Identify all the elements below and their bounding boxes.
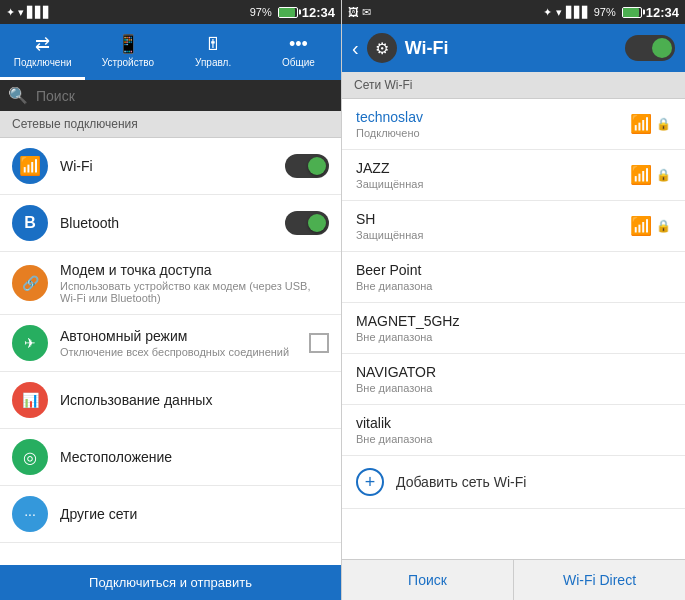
wifi-signal-icon-jazz: 📶 <box>630 164 652 186</box>
data-usage-menu-item[interactable]: 📊 Использование данных <box>0 372 341 429</box>
wifi-menu-title: Wi-Fi <box>60 158 285 174</box>
wifi-status-sh: Защищённая <box>356 229 630 241</box>
wifi-toolbar: ‹ ⚙ Wi-Fi <box>342 24 685 72</box>
wifi-name-sh: SH <box>356 211 630 227</box>
wifi-toggle[interactable] <box>285 154 329 178</box>
device-tab-icon: 📱 <box>117 33 139 55</box>
location-menu-title: Местоположение <box>60 449 329 465</box>
wifi-menu-item[interactable]: 📶 Wi-Fi <box>0 138 341 195</box>
location-menu-item[interactable]: ◎ Местоположение <box>0 429 341 486</box>
wifi-main-toggle[interactable] <box>625 35 675 61</box>
wifi-network-magnet[interactable]: MAGNET_5GHz Вне диапазона <box>342 303 685 354</box>
wifi-text-technoslav: technoslav Подключено <box>356 109 630 139</box>
tab-manage[interactable]: 🎚 Управл. <box>171 24 256 80</box>
wifi-status-icon: ▾ <box>18 6 24 19</box>
bluetooth-menu-item[interactable]: B Bluetooth <box>0 195 341 252</box>
wifi-name-vitalik: vitalik <box>356 415 671 431</box>
wifi-status-vitalik: Вне диапазона <box>356 433 671 445</box>
wifi-text-sh: SH Защищённая <box>356 211 630 241</box>
search-icon: 🔍 <box>8 86 28 105</box>
left-battery-icon <box>278 7 298 18</box>
modem-menu-icon: 🔗 <box>12 265 48 301</box>
connections-tab-icon: ⇄ <box>35 33 50 55</box>
right-notification-icon: ✉ <box>362 6 371 19</box>
wifi-signal-icon-technoslav: 📶 <box>630 113 652 135</box>
wifi-name-navigator: NAVIGATOR <box>356 364 671 380</box>
network-section-header: Сетевые подключения <box>0 111 341 138</box>
bluetooth-menu-title: Bluetooth <box>60 215 285 231</box>
wifi-toolbar-title: Wi-Fi <box>405 38 617 59</box>
wifi-section-header: Сети Wi-Fi <box>342 72 685 99</box>
wifi-network-beerpoint[interactable]: Beer Point Вне диапазона <box>342 252 685 303</box>
modem-menu-subtitle: Использовать устройство как модем (через… <box>60 280 329 304</box>
right-time: 12:34 <box>646 5 679 20</box>
tab-bar: ⇄ Подключени 📱 Устройство 🎚 Управл. ••• … <box>0 24 341 80</box>
wifi-network-technoslav[interactable]: technoslav Подключено 📶 🔒 <box>342 99 685 150</box>
tab-device-label: Устройство <box>102 57 154 68</box>
back-button[interactable]: ‹ <box>352 37 359 60</box>
tab-manage-label: Управл. <box>195 57 231 68</box>
wifi-name-jazz: JAZZ <box>356 160 630 176</box>
wifi-menu-icon: 📶 <box>12 148 48 184</box>
wifi-signal-technoslav: 📶 🔒 <box>630 113 671 135</box>
modem-menu-item[interactable]: 🔗 Модем и точка доступа Использовать уст… <box>0 252 341 315</box>
modem-menu-title: Модем и точка доступа <box>60 262 329 278</box>
search-input[interactable] <box>36 88 333 104</box>
wifi-lock-icon-jazz: 🔒 <box>656 168 671 182</box>
wifi-status-navigator: Вне диапазона <box>356 382 671 394</box>
right-gallery-icon: 🖼 <box>348 6 359 18</box>
wifi-direct-button[interactable]: Wi-Fi Direct <box>514 560 685 600</box>
data-usage-menu-title: Использование данных <box>60 392 329 408</box>
wifi-search-button[interactable]: Поиск <box>342 560 514 600</box>
airplane-checkbox[interactable] <box>309 333 329 353</box>
wifi-text-magnet: MAGNET_5GHz Вне диапазона <box>356 313 671 343</box>
bluetooth-toggle[interactable] <box>285 211 329 235</box>
tab-connections-label: Подключени <box>14 57 72 68</box>
wifi-network-navigator[interactable]: NAVIGATOR Вне диапазона <box>342 354 685 405</box>
add-wifi-network-item[interactable]: + Добавить сеть Wi-Fi <box>342 456 685 509</box>
location-menu-icon: ◎ <box>12 439 48 475</box>
left-status-icons: ✦ ▾ ▋▋▋ <box>6 6 51 19</box>
connect-send-button[interactable]: Подключиться и отправить <box>0 565 341 600</box>
right-panel: 🖼 ✉ ✦ ▾ ▋▋▋ 97% 12:34 ‹ ⚙ Wi-Fi Сети Wi-… <box>342 0 685 600</box>
menu-list: 📶 Wi-Fi B Bluetooth 🔗 Модем и точка дост… <box>0 138 341 565</box>
wifi-network-vitalik[interactable]: vitalik Вне диапазона <box>342 405 685 456</box>
left-battery-pct: 97% <box>250 6 272 18</box>
bluetooth-menu-icon: B <box>12 205 48 241</box>
tab-connections[interactable]: ⇄ Подключени <box>0 24 85 80</box>
wifi-signal-jazz: 📶 🔒 <box>630 164 671 186</box>
airplane-menu-text: Автономный режим Отключение всех беспров… <box>60 328 309 358</box>
tab-general[interactable]: ••• Общие <box>256 24 341 80</box>
airplane-menu-item[interactable]: ✈ Автономный режим Отключение всех беспр… <box>0 315 341 372</box>
wifi-text-beerpoint: Beer Point Вне диапазона <box>356 262 671 292</box>
wifi-name-technoslav: technoslav <box>356 109 630 125</box>
tab-device[interactable]: 📱 Устройство <box>85 24 170 80</box>
tab-general-label: Общие <box>282 57 315 68</box>
wifi-status-jazz: Защищённая <box>356 178 630 190</box>
right-bluetooth-icon: ✦ <box>543 6 552 19</box>
right-battery-pct: 97% <box>594 6 616 18</box>
wifi-name-beerpoint: Beer Point <box>356 262 671 278</box>
other-networks-menu-item[interactable]: ··· Другие сети <box>0 486 341 543</box>
wifi-signal-sh: 📶 🔒 <box>630 215 671 237</box>
signal-bars-icon: ▋▋▋ <box>27 6 51 19</box>
wifi-text-navigator: NAVIGATOR Вне диапазона <box>356 364 671 394</box>
wifi-text-vitalik: vitalik Вне диапазона <box>356 415 671 445</box>
wifi-menu-text: Wi-Fi <box>60 158 285 174</box>
other-networks-menu-icon: ··· <box>12 496 48 532</box>
modem-menu-text: Модем и точка доступа Использовать устро… <box>60 262 329 304</box>
airplane-menu-icon: ✈ <box>12 325 48 361</box>
add-network-label: Добавить сеть Wi-Fi <box>396 474 526 490</box>
wifi-network-sh[interactable]: SH Защищённая 📶 🔒 <box>342 201 685 252</box>
right-battery-icon <box>622 7 642 18</box>
search-bar: 🔍 <box>0 80 341 111</box>
settings-gear-icon[interactable]: ⚙ <box>367 33 397 63</box>
wifi-status-magnet: Вне диапазона <box>356 331 671 343</box>
right-status-bar: 🖼 ✉ ✦ ▾ ▋▋▋ 97% 12:34 <box>342 0 685 24</box>
wifi-network-jazz[interactable]: JAZZ Защищённая 📶 🔒 <box>342 150 685 201</box>
other-networks-menu-title: Другие сети <box>60 506 329 522</box>
left-panel: ✦ ▾ ▋▋▋ 97% 12:34 ⇄ Подключени 📱 Устройс… <box>0 0 342 600</box>
wifi-bottom-buttons: Поиск Wi-Fi Direct <box>342 559 685 600</box>
left-status-bar: ✦ ▾ ▋▋▋ 97% 12:34 <box>0 0 341 24</box>
airplane-menu-subtitle: Отключение всех беспроводных соединений <box>60 346 309 358</box>
